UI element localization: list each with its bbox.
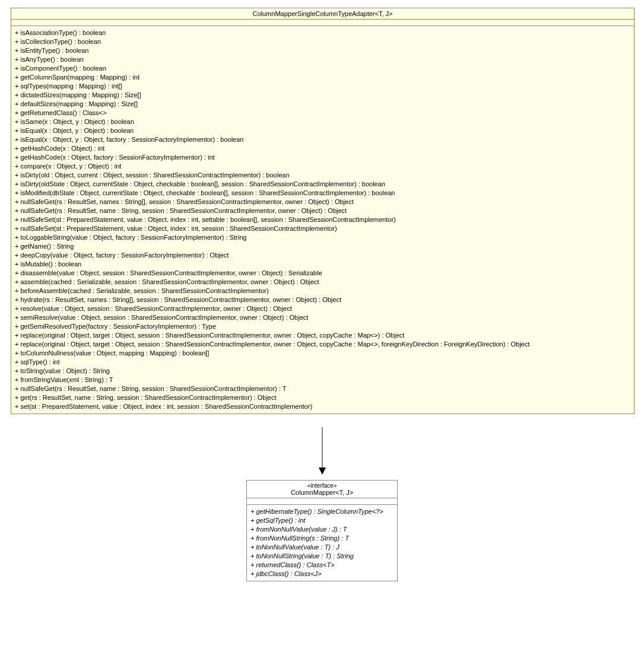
method-line: + replace(original : Object, target : Ob… bbox=[15, 331, 630, 340]
class-title: ColumnMapperSingleColumnTypeAdapter<T, J… bbox=[252, 10, 392, 17]
method-line: + nullSafeGet(rs : ResultSet, name : Str… bbox=[15, 206, 630, 215]
method-line: + toNonNullValue(value : T) : J bbox=[250, 543, 394, 552]
class-title-section: ColumnMapperSingleColumnTypeAdapter<T, J… bbox=[11, 8, 634, 20]
method-line: + isEqual(x : Object, y : Object) : bool… bbox=[15, 126, 630, 135]
method-line: + isEntityType() : boolean bbox=[15, 46, 630, 55]
method-line: + isMutable() : boolean bbox=[15, 260, 630, 269]
method-line: + getSemiResolvedType(factory : SessionF… bbox=[15, 322, 630, 331]
method-line: + isComponentType() : boolean bbox=[15, 64, 630, 73]
method-line: + isDirty(old : Object, current : Object… bbox=[15, 171, 630, 180]
method-line: + beforeAssemble(cached : Serializable, … bbox=[15, 287, 630, 295]
method-line: + get(rs : ResultSet, name : String, ses… bbox=[15, 393, 630, 402]
uml-interface-box: «interface» ColumnMapper<T, J> + getHibe… bbox=[246, 480, 398, 581]
method-line: + sqlTypes(mapping : Mapping) : int[] bbox=[15, 82, 630, 91]
method-line: + fromNonNullValue(value : J) : T bbox=[250, 525, 394, 534]
method-line: + fromNonNullString(s : String) : T bbox=[250, 534, 394, 543]
method-line: + nullSafeSet(st : PreparedStatement, va… bbox=[15, 224, 630, 233]
class-methods-section: + isAssociationType() : boolean+ isColle… bbox=[11, 26, 634, 414]
method-line: + toColumnNullness(value : Object, mappi… bbox=[15, 349, 630, 358]
class-attributes-empty bbox=[11, 20, 634, 26]
method-line: + resolve(value : Object, session : Shar… bbox=[15, 304, 630, 313]
method-line: + isAssociationType() : boolean bbox=[15, 28, 630, 37]
method-line: + isSame(x : Object, y : Object) : boole… bbox=[15, 117, 630, 126]
method-line: + jdbcClass() : Class<J> bbox=[250, 570, 394, 578]
uml-class-box: ColumnMapperSingleColumnTypeAdapter<T, J… bbox=[11, 8, 635, 414]
method-line: + getReturnedClass() : Class<> bbox=[15, 109, 630, 117]
method-line: + isAnyType() : boolean bbox=[15, 55, 630, 64]
method-line: + deepCopy(value : Object, factory : Ses… bbox=[15, 251, 630, 260]
method-line: + returnedClass() : Class<T> bbox=[250, 561, 394, 570]
method-line: + compare(x : Object, y : Object) : int bbox=[15, 162, 630, 171]
interface-stereotype: «interface» bbox=[249, 482, 395, 489]
method-line: + getHashCode(x : Object, factory : Sess… bbox=[15, 153, 630, 162]
method-line: + isEqual(x : Object, y : Object, factor… bbox=[15, 135, 630, 144]
method-line: + getHibernateType() : SingleColumnType<… bbox=[250, 507, 394, 516]
method-line: + semiResolve(value : Object, session : … bbox=[15, 313, 630, 322]
interface-methods-section: + getHibernateType() : SingleColumnType<… bbox=[247, 505, 397, 581]
interface-title: ColumnMapper<T, J> bbox=[249, 489, 395, 496]
svg-marker-1 bbox=[319, 467, 326, 475]
method-line: + dictatedSizes(mapping : Mapping) : Siz… bbox=[15, 91, 630, 100]
method-line: + toString(value : Object) : String bbox=[15, 367, 630, 376]
method-line: + getSqlType() : int bbox=[250, 516, 394, 525]
method-line: + getColumnSpan(mapping : Mapping) : int bbox=[15, 73, 630, 82]
method-line: + toNonNullString(value : T) : String bbox=[250, 552, 394, 561]
method-line: + disassemble(value : Object, session : … bbox=[15, 269, 630, 278]
method-line: + sqlType() : int bbox=[15, 358, 630, 367]
dependency-connector bbox=[316, 427, 329, 481]
method-line: + toLoggableString(value : Object, facto… bbox=[15, 233, 630, 242]
method-line: + nullSafeSet(st : PreparedStatement, va… bbox=[15, 215, 630, 224]
method-line: + isDirty(oldState : Object, currentStat… bbox=[15, 180, 630, 189]
method-line: + assemble(cached : Serializable, sessio… bbox=[15, 278, 630, 287]
method-line: + nullSafeGet(rs : ResultSet, names : St… bbox=[15, 198, 630, 206]
method-line: + getHashCode(x : Object) : int bbox=[15, 144, 630, 153]
method-line: + replace(original : Object, target : Ob… bbox=[15, 340, 630, 349]
method-line: + isCollectionType() : boolean bbox=[15, 37, 630, 46]
interface-title-section: «interface» ColumnMapper<T, J> bbox=[247, 481, 397, 498]
method-line: + fromStringValue(xml : String) : T bbox=[15, 376, 630, 384]
interface-attributes-empty bbox=[247, 498, 397, 505]
method-line: + isModified(dbState : Object, currentSt… bbox=[15, 189, 630, 198]
method-line: + defaultSizes(mapping : Mapping) : Size… bbox=[15, 100, 630, 109]
method-line: + nullSafeGet(rs : ResultSet, name : Str… bbox=[15, 384, 630, 393]
method-line: + hydrate(rs : ResultSet, names : String… bbox=[15, 295, 630, 304]
method-line: + getName() : String bbox=[15, 242, 630, 251]
method-line: + set(st : PreparedStatement, value : Ob… bbox=[15, 402, 630, 411]
